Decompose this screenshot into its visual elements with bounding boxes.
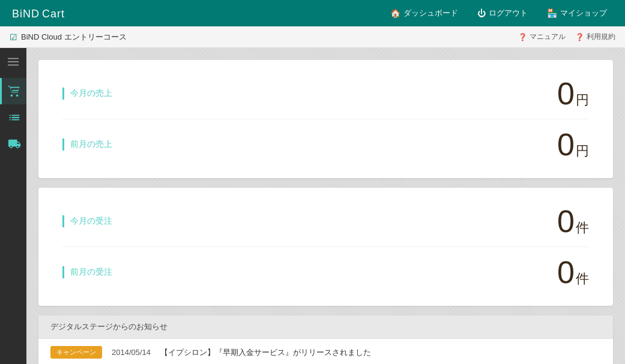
last-month-orders-label: 前月の受注 [70,267,112,278]
sub-header: ☑ BiND Cloud エントリーコース ❓ マニュアル ❓ 利用規約 [0,26,625,48]
notice-header: デジタルステージからのお知らせ [38,315,613,339]
notice-card: デジタルステージからのお知らせ キャンペーン 2014/05/14 【イプシロン… [38,315,613,364]
current-month-sales-value: 0 円 [557,78,589,109]
dashboard-label: ダッシュボード [403,8,458,19]
logout-nav-item[interactable]: ⏻ ログアウト [469,4,536,22]
sidebar [0,48,26,364]
last-month-sales-row: 前月の売上 0 円 [62,119,589,160]
current-month-sales-label-container: 今月の売上 [62,88,112,100]
manual-link[interactable]: ❓ マニュアル [518,32,566,42]
sub-header-links: ❓ マニュアル ❓ 利用規約 [518,32,615,42]
current-month-sales-label: 今月の売上 [70,88,112,99]
app-logo: BiNDCart [10,5,65,21]
current-month-orders-row: 今月の受注 0 件 [62,206,589,247]
svg-rect-0 [8,58,19,59]
stat-border-4 [62,266,64,278]
current-month-sales-row: 今月の売上 0 円 [62,78,589,119]
current-month-orders-value: 0 件 [557,206,589,237]
myshop-nav-item[interactable]: 🏪 マイショップ [539,4,615,22]
last-month-sales-label: 前月の売上 [70,139,112,150]
dashboard-nav-item[interactable]: 🏠 ダッシュボード [382,4,466,22]
header-nav: 🏠 ダッシュボード ⏻ ログアウト 🏪 マイショップ [382,4,615,22]
myshop-label: マイショップ [560,8,607,19]
current-month-orders-number: 0 [557,206,575,237]
orders-card: 今月の受注 0 件 前月の受注 0 件 [38,188,613,306]
last-month-sales-unit: 円 [576,142,589,160]
breadcrumb-icon: ☑ [10,32,17,42]
terms-icon: ❓ [575,33,584,41]
sidebar-item-cart[interactable] [0,78,26,104]
breadcrumb: ☑ BiND Cloud エントリーコース [10,32,127,43]
dashboard-icon: 🏠 [390,8,400,18]
main-content: 今月の売上 0 円 前月の売上 0 円 [26,48,625,364]
last-month-orders-label-container: 前月の受注 [62,266,112,278]
stat-border-2 [62,139,64,151]
sidebar-item-shipping[interactable] [0,131,26,157]
stat-border-3 [62,215,64,227]
manual-label: マニュアル [530,32,566,42]
current-month-sales-number: 0 [557,78,575,109]
svg-rect-2 [8,65,19,66]
stat-border-1 [62,88,64,100]
current-month-sales-unit: 円 [576,91,589,109]
notice-item: キャンペーン 2014/05/14 【イプシロン】『早期入金サービス』がリリース… [38,339,613,364]
last-month-orders-value: 0 件 [557,257,589,288]
logo-sub: Cart [42,8,65,20]
last-month-orders-row: 前月の受注 0 件 [62,247,589,288]
svg-rect-1 [8,61,19,62]
last-month-orders-number: 0 [557,257,575,288]
sales-card: 今月の売上 0 円 前月の売上 0 円 [38,60,613,178]
app-header: BiNDCart 🏠 ダッシュボード ⏻ ログアウト 🏪 マイショップ [0,0,625,26]
last-month-sales-label-container: 前月の売上 [62,139,112,151]
sidebar-toggle[interactable] [3,53,23,73]
sidebar-item-orders[interactable] [0,104,26,131]
notice-badge: キャンペーン [50,346,102,359]
breadcrumb-text: BiND Cloud エントリーコース [21,32,127,43]
terms-label: 利用規約 [587,32,615,42]
logout-label: ログアウト [489,8,528,19]
current-month-orders-unit: 件 [576,219,589,237]
logout-icon: ⏻ [477,8,486,18]
current-month-orders-label: 今月の受注 [70,216,112,227]
notice-date: 2014/05/14 [112,348,151,357]
myshop-icon: 🏪 [547,8,557,18]
logo-bind: BiND [12,8,40,20]
last-month-sales-number: 0 [557,129,575,160]
main-layout: 今月の売上 0 円 前月の売上 0 円 [0,48,625,364]
notice-title: デジタルステージからのお知らせ [50,322,168,331]
last-month-orders-unit: 件 [576,270,589,288]
terms-link[interactable]: ❓ 利用規約 [575,32,615,42]
notice-text: 【イプシロン】『早期入金サービス』がリリースされました [160,347,371,358]
current-month-orders-label-container: 今月の受注 [62,215,112,227]
manual-icon: ❓ [518,33,527,41]
last-month-sales-value: 0 円 [557,129,589,160]
